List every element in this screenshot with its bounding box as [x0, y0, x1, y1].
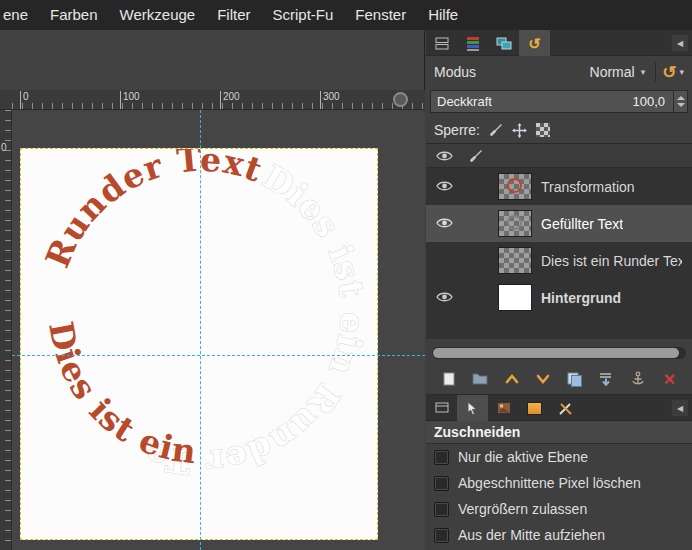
tab-layers[interactable]	[426, 30, 457, 56]
menu-item-fenster[interactable]: Fenster	[344, 0, 417, 30]
spin-down-icon[interactable]	[677, 103, 685, 107]
mode-selected-value: Normal	[590, 64, 635, 80]
layers-dock-tabbar: ↺ ◀	[426, 30, 692, 56]
new-group-button[interactable]	[467, 367, 494, 391]
tab-brushes[interactable]	[550, 395, 581, 421]
image-canvas[interactable]: Dies ist ein Runder Text Runder Text Die…	[20, 148, 378, 540]
menu-item-filter[interactable]: Filter	[206, 0, 261, 30]
layers-icon	[434, 36, 450, 51]
option-row-from-center[interactable]: Aus der Mitte aufziehen	[426, 522, 692, 548]
mode-switch-button[interactable]: ↺	[662, 64, 676, 81]
menu-item-farben[interactable]: Farben	[39, 0, 109, 30]
mode-label: Modus	[434, 64, 476, 80]
duplicate-layer-button[interactable]	[561, 367, 588, 391]
ruler-ticks	[5, 110, 11, 550]
option-row-delete-pixels[interactable]: Abgeschnittene Pixel löschen	[426, 470, 692, 496]
cursor-tool-icon	[465, 401, 480, 416]
horizontal-guide[interactable]	[12, 355, 425, 356]
layer-name: Gefüllter Text	[541, 216, 623, 232]
canvas-viewport[interactable]: Dies ist ein Runder Text Runder Text Die…	[12, 110, 425, 550]
vertical-ruler[interactable]: 0	[0, 110, 12, 550]
checkbox-from-center[interactable]	[434, 528, 449, 543]
chevron-down-icon[interactable]: ▾	[679, 67, 684, 77]
eye-icon[interactable]	[436, 291, 453, 303]
opacity-spinner[interactable]	[673, 91, 687, 112]
tab-channels[interactable]	[457, 30, 488, 56]
tool-options-title: Zuschneiden	[426, 421, 692, 444]
ruler-ticks	[12, 103, 425, 109]
delete-layer-button[interactable]: ×	[656, 367, 683, 391]
checkbox-active-layer[interactable]	[434, 450, 449, 465]
tab-toolbox[interactable]	[426, 395, 457, 421]
dock-menu-button[interactable]: ◀	[671, 34, 689, 52]
eye-icon[interactable]	[436, 150, 453, 162]
lower-layer-button[interactable]	[530, 367, 557, 391]
dock-menu-button[interactable]: ◀	[671, 399, 689, 417]
lock-position-move-icon[interactable]	[512, 123, 527, 138]
menu-item-hilfe[interactable]: Hilfe	[417, 0, 469, 30]
vertical-guide[interactable]	[200, 110, 201, 550]
image-icon	[496, 401, 512, 415]
channels-icon	[466, 36, 480, 51]
tab-paths[interactable]	[488, 30, 519, 56]
tab-tool-options[interactable]	[457, 395, 488, 421]
lock-row: Sperre:	[426, 117, 692, 143]
layer-thumbnail[interactable]	[498, 210, 532, 237]
tab-image[interactable]	[488, 395, 519, 421]
anchor-icon	[630, 371, 646, 387]
layer-row-runder-text[interactable]: Dies ist ein Runder Tex	[426, 242, 692, 279]
tab-swatch[interactable]	[519, 395, 550, 421]
ruler-nav-button[interactable]	[393, 92, 408, 107]
spin-up-icon[interactable]	[677, 96, 685, 100]
layer-button-row: ×	[426, 363, 692, 395]
checkbox-delete-pixels[interactable]	[434, 476, 449, 491]
chevron-up-icon	[504, 372, 520, 386]
lock-alpha-icon[interactable]	[536, 123, 550, 137]
option-row-allow-grow[interactable]: Vergrößern zulassen	[426, 496, 692, 522]
layer-name: Hintergrund	[541, 290, 621, 306]
scrollbar-thumb[interactable]	[433, 348, 679, 358]
eye-icon[interactable]	[436, 180, 453, 192]
layer-thumbnail[interactable]	[498, 173, 532, 200]
anchor-layer-button[interactable]	[624, 367, 651, 391]
folder-icon	[472, 371, 488, 386]
window-icon	[434, 401, 450, 415]
ruler-corner	[0, 90, 12, 110]
new-layer-icon	[441, 371, 457, 387]
paths-icon	[496, 36, 512, 50]
layer-row-transformation[interactable]: Transformation	[426, 168, 692, 205]
layer-thumbnail[interactable]	[498, 284, 532, 311]
layer-row-hintergrund[interactable]: Hintergrund	[426, 279, 692, 316]
menu-item-werkzeuge[interactable]: Werkzeuge	[109, 0, 207, 30]
chevron-down-icon	[535, 372, 551, 386]
red-circle-text-bottom: Dies ist ein	[41, 319, 199, 472]
checkbox-allow-grow[interactable]	[434, 502, 449, 517]
layer-row-gefuellter-text[interactable]: Gefüllter Text	[426, 205, 692, 242]
tab-history[interactable]: ↺	[519, 30, 550, 56]
layer-list-header	[426, 144, 692, 168]
menu-bar: ene Farben Werkzeuge Filter Script-Fu Fe…	[0, 0, 692, 30]
mode-dropdown[interactable]: Normal ▾	[590, 64, 650, 80]
raise-layer-button[interactable]	[498, 367, 525, 391]
option-row-active-layer[interactable]: Nur die aktive Ebene	[426, 444, 692, 470]
merge-layer-button[interactable]	[593, 367, 620, 391]
menu-item-scriptfu[interactable]: Script-Fu	[262, 0, 345, 30]
option-label: Vergrößern zulassen	[458, 501, 587, 517]
new-layer-button[interactable]	[435, 367, 462, 391]
paintbrush-icon	[469, 149, 483, 163]
triangle-left-icon: ◀	[677, 404, 683, 413]
horizontal-ruler[interactable]: 0 100 200 300	[12, 90, 425, 110]
color-swatch-icon	[527, 402, 542, 415]
menu-item-ebene[interactable]: ene	[0, 0, 39, 30]
ruler-label-300: 300	[320, 91, 340, 109]
layer-list-scrollbar[interactable]	[432, 347, 686, 359]
triangle-left-icon: ◀	[677, 39, 683, 48]
layer-name: Transformation	[541, 179, 635, 195]
right-dock: ↺ ◀ Modus Normal ▾ ↺ ▾ Deckkraft 100,0 S…	[426, 30, 692, 550]
tool-options-tabbar: ◀	[426, 395, 692, 421]
lock-pixels-brush-icon[interactable]	[489, 123, 503, 137]
layer-thumbnail[interactable]	[498, 247, 532, 274]
opacity-slider[interactable]: Deckkraft 100,0	[430, 90, 688, 113]
layer-name: Dies ist ein Runder Tex	[541, 253, 682, 269]
eye-icon[interactable]	[436, 217, 453, 229]
